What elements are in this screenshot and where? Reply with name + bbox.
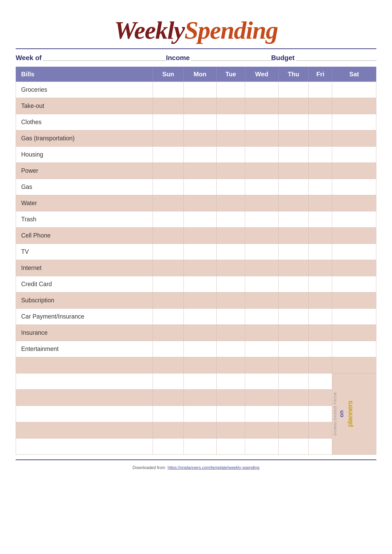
- cell-sat[interactable]: [332, 244, 376, 260]
- cell-sun[interactable]: [153, 98, 184, 114]
- cell-fri[interactable]: [309, 82, 332, 98]
- cell-sun[interactable]: [153, 195, 184, 211]
- cell-sun[interactable]: [153, 309, 184, 325]
- cell-thu[interactable]: [278, 357, 309, 373]
- cell-fri[interactable]: [309, 341, 332, 357]
- cell-tue[interactable]: [216, 211, 245, 228]
- cell-fri[interactable]: [309, 211, 332, 228]
- cell-mon[interactable]: [184, 244, 217, 260]
- cell-thu[interactable]: [278, 82, 309, 98]
- cell-mon[interactable]: [184, 82, 217, 98]
- cell-sat[interactable]: [332, 130, 376, 147]
- cell-fri[interactable]: [309, 406, 332, 422]
- cell-tue[interactable]: [216, 228, 245, 244]
- cell-thu[interactable]: [278, 276, 309, 292]
- cell-mon[interactable]: [184, 114, 217, 130]
- cell-sun[interactable]: [153, 390, 184, 406]
- cell-wed[interactable]: [245, 179, 278, 195]
- cell-thu[interactable]: [278, 341, 309, 357]
- cell-sun[interactable]: [153, 422, 184, 438]
- cell-mon[interactable]: [184, 325, 217, 341]
- cell-mon[interactable]: [184, 179, 217, 195]
- cell-tue[interactable]: [216, 438, 245, 454]
- cell-sun[interactable]: [153, 114, 184, 130]
- cell-wed[interactable]: [245, 244, 278, 260]
- cell-wed[interactable]: [245, 357, 278, 373]
- cell-thu[interactable]: [278, 390, 309, 406]
- cell-thu[interactable]: [278, 325, 309, 341]
- cell-mon[interactable]: [184, 292, 217, 309]
- cell-fri[interactable]: [309, 260, 332, 276]
- cell-sat[interactable]: [332, 357, 376, 373]
- cell-sun[interactable]: [153, 147, 184, 163]
- cell-sat[interactable]: [332, 325, 376, 341]
- cell-tue[interactable]: [216, 195, 245, 211]
- cell-sun[interactable]: [153, 130, 184, 147]
- cell-tue[interactable]: [216, 147, 245, 163]
- cell-fri[interactable]: [309, 147, 332, 163]
- cell-thu[interactable]: [278, 309, 309, 325]
- cell-sat[interactable]: [332, 147, 376, 163]
- cell-sat[interactable]: [332, 211, 376, 228]
- cell-mon[interactable]: [184, 438, 217, 454]
- cell-mon[interactable]: [184, 357, 217, 373]
- cell-wed[interactable]: [245, 147, 278, 163]
- cell-tue[interactable]: [216, 341, 245, 357]
- cell-sat[interactable]: [332, 163, 376, 179]
- cell-fri[interactable]: [309, 325, 332, 341]
- cell-fri[interactable]: [309, 438, 332, 454]
- cell-mon[interactable]: [184, 276, 217, 292]
- cell-tue[interactable]: [216, 114, 245, 130]
- cell-sat[interactable]: [332, 309, 376, 325]
- cell-sun[interactable]: [153, 438, 184, 454]
- cell-thu[interactable]: [278, 179, 309, 195]
- footer-link[interactable]: https://onplanners.com/template/weekly-s…: [168, 465, 259, 470]
- cell-thu[interactable]: [278, 244, 309, 260]
- cell-sat[interactable]: [332, 341, 376, 357]
- cell-sun[interactable]: [153, 292, 184, 309]
- cell-wed[interactable]: [245, 98, 278, 114]
- cell-wed[interactable]: [245, 195, 278, 211]
- cell-mon[interactable]: [184, 163, 217, 179]
- cell-sat[interactable]: [332, 228, 376, 244]
- cell-fri[interactable]: [309, 309, 332, 325]
- cell-sat[interactable]: [332, 98, 376, 114]
- cell-fri[interactable]: [309, 163, 332, 179]
- cell-fri[interactable]: [309, 228, 332, 244]
- cell-fri[interactable]: [309, 276, 332, 292]
- cell-tue[interactable]: [216, 244, 245, 260]
- cell-thu[interactable]: [278, 292, 309, 309]
- cell-wed[interactable]: [245, 82, 278, 98]
- cell-tue[interactable]: [216, 373, 245, 390]
- cell-wed[interactable]: [245, 228, 278, 244]
- cell-sat[interactable]: DOWNLOADED FROMonplanners: [332, 373, 376, 455]
- cell-fri[interactable]: [309, 114, 332, 130]
- cell-thu[interactable]: [278, 438, 309, 454]
- cell-tue[interactable]: [216, 163, 245, 179]
- cell-fri[interactable]: [309, 422, 332, 438]
- cell-sat[interactable]: [332, 260, 376, 276]
- cell-wed[interactable]: [245, 114, 278, 130]
- cell-mon[interactable]: [184, 422, 217, 438]
- cell-sun[interactable]: [153, 179, 184, 195]
- cell-sat[interactable]: [332, 179, 376, 195]
- cell-tue[interactable]: [216, 260, 245, 276]
- cell-thu[interactable]: [278, 163, 309, 179]
- cell-sun[interactable]: [153, 244, 184, 260]
- cell-sat[interactable]: [332, 292, 376, 309]
- cell-tue[interactable]: [216, 292, 245, 309]
- cell-wed[interactable]: [245, 211, 278, 228]
- cell-wed[interactable]: [245, 130, 278, 147]
- cell-mon[interactable]: [184, 373, 217, 390]
- cell-thu[interactable]: [278, 114, 309, 130]
- cell-tue[interactable]: [216, 325, 245, 341]
- cell-wed[interactable]: [245, 438, 278, 454]
- cell-sun[interactable]: [153, 373, 184, 390]
- cell-sun[interactable]: [153, 406, 184, 422]
- cell-fri[interactable]: [309, 357, 332, 373]
- cell-mon[interactable]: [184, 98, 217, 114]
- cell-mon[interactable]: [184, 130, 217, 147]
- cell-sun[interactable]: [153, 211, 184, 228]
- cell-sat[interactable]: [332, 82, 376, 98]
- cell-mon[interactable]: [184, 406, 217, 422]
